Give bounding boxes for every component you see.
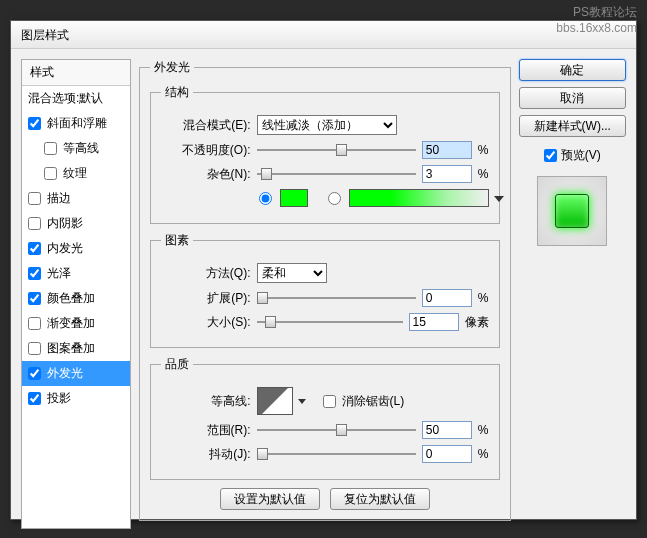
spread-input[interactable] xyxy=(422,289,472,307)
preview-checkbox[interactable] xyxy=(544,149,557,162)
preview-label: 预览(V) xyxy=(561,147,601,164)
spread-label: 扩展(P): xyxy=(161,290,251,307)
blend-mode-label: 混合模式(E): xyxy=(161,117,251,134)
style-label-8: 渐变叠加 xyxy=(47,315,95,332)
size-input[interactable] xyxy=(409,313,459,331)
style-label-7: 颜色叠加 xyxy=(47,290,95,307)
style-label-10: 外发光 xyxy=(47,365,83,382)
style-checkbox-9[interactable] xyxy=(28,342,41,355)
noise-label: 杂色(N): xyxy=(161,166,251,183)
dialog-title: 图层样式 xyxy=(21,28,69,42)
dialog-titlebar[interactable]: 图层样式 xyxy=(11,21,636,49)
size-label: 大小(S): xyxy=(161,314,251,331)
noise-input[interactable] xyxy=(422,165,472,183)
outer-glow-fieldset: 外发光 结构 混合模式(E): 线性减淡（添加） 不透明度(O): % xyxy=(139,59,511,521)
style-checkbox-1[interactable] xyxy=(44,142,57,155)
structure-group: 结构 混合模式(E): 线性减淡（添加） 不透明度(O): % xyxy=(150,84,500,224)
style-checkbox-6[interactable] xyxy=(28,267,41,280)
contour-label: 等高线: xyxy=(161,393,251,410)
style-label-6: 光泽 xyxy=(47,265,71,282)
preview-cube-icon xyxy=(555,194,589,228)
new-style-button[interactable]: 新建样式(W)... xyxy=(519,115,627,137)
style-label-4: 内阴影 xyxy=(47,215,83,232)
ok-button[interactable]: 确定 xyxy=(519,59,627,81)
glow-color-radio[interactable] xyxy=(259,192,272,205)
style-checkbox-10[interactable] xyxy=(28,367,41,380)
opacity-input[interactable] xyxy=(422,141,472,159)
layer-style-dialog: 图层样式 样式 混合选项:默认 斜面和浮雕等高线纹理描边内阴影内发光光泽颜色叠加… xyxy=(10,20,637,520)
jitter-label: 抖动(J): xyxy=(161,446,251,463)
anti-alias-label: 消除锯齿(L) xyxy=(342,393,405,410)
style-label-2: 纹理 xyxy=(63,165,87,182)
outer-glow-title: 外发光 xyxy=(150,59,194,76)
cancel-button[interactable]: 取消 xyxy=(519,87,627,109)
style-label-0: 斜面和浮雕 xyxy=(47,115,107,132)
style-checkbox-0[interactable] xyxy=(28,117,41,130)
style-label-11: 投影 xyxy=(47,390,71,407)
elements-group: 图素 方法(Q): 柔和 扩展(P): % 大小(S): xyxy=(150,232,500,348)
style-item-6[interactable]: 光泽 xyxy=(22,261,130,286)
technique-select[interactable]: 柔和 xyxy=(257,263,327,283)
style-item-8[interactable]: 渐变叠加 xyxy=(22,311,130,336)
style-item-4[interactable]: 内阴影 xyxy=(22,211,130,236)
contour-picker[interactable] xyxy=(257,387,293,415)
noise-slider[interactable] xyxy=(257,165,416,183)
technique-label: 方法(Q): xyxy=(161,265,251,282)
reset-default-button[interactable]: 复位为默认值 xyxy=(330,488,430,510)
style-label-5: 内发光 xyxy=(47,240,83,257)
style-label-1: 等高线 xyxy=(63,140,99,157)
style-item-0[interactable]: 斜面和浮雕 xyxy=(22,111,130,136)
style-item-1[interactable]: 等高线 xyxy=(22,136,130,161)
style-item-3[interactable]: 描边 xyxy=(22,186,130,211)
style-checkbox-5[interactable] xyxy=(28,242,41,255)
right-panel: 确定 取消 新建样式(W)... 预览(V) xyxy=(519,59,627,529)
spread-slider[interactable] xyxy=(257,289,416,307)
glow-gradient-swatch[interactable] xyxy=(349,189,489,207)
blend-mode-select[interactable]: 线性减淡（添加） xyxy=(257,115,397,135)
style-item-11[interactable]: 投影 xyxy=(22,386,130,411)
blend-options-default[interactable]: 混合选项:默认 xyxy=(22,86,130,111)
style-checkbox-7[interactable] xyxy=(28,292,41,305)
anti-alias-checkbox[interactable] xyxy=(323,395,336,408)
range-label: 范围(R): xyxy=(161,422,251,439)
preview-thumbnail xyxy=(537,176,607,246)
style-label-9: 图案叠加 xyxy=(47,340,95,357)
set-default-button[interactable]: 设置为默认值 xyxy=(220,488,320,510)
outer-glow-panel: 外发光 结构 混合模式(E): 线性减淡（添加） 不透明度(O): % xyxy=(139,59,511,529)
style-checkbox-4[interactable] xyxy=(28,217,41,230)
style-checkbox-11[interactable] xyxy=(28,392,41,405)
style-item-10[interactable]: 外发光 xyxy=(22,361,130,386)
watermark: PS教程论坛 bbs.16xx8.com xyxy=(556,4,637,35)
opacity-slider[interactable] xyxy=(257,141,416,159)
styles-header[interactable]: 样式 xyxy=(22,60,130,86)
styles-list-panel: 样式 混合选项:默认 斜面和浮雕等高线纹理描边内阴影内发光光泽颜色叠加渐变叠加图… xyxy=(21,59,131,529)
style-checkbox-2[interactable] xyxy=(44,167,57,180)
opacity-label: 不透明度(O): xyxy=(161,142,251,159)
style-item-9[interactable]: 图案叠加 xyxy=(22,336,130,361)
style-checkbox-3[interactable] xyxy=(28,192,41,205)
glow-color-swatch[interactable] xyxy=(280,189,308,207)
jitter-slider[interactable] xyxy=(257,445,416,463)
style-checkbox-8[interactable] xyxy=(28,317,41,330)
quality-group: 品质 等高线: 消除锯齿(L) 范围(R): % xyxy=(150,356,500,480)
style-item-7[interactable]: 颜色叠加 xyxy=(22,286,130,311)
style-label-3: 描边 xyxy=(47,190,71,207)
jitter-input[interactable] xyxy=(422,445,472,463)
style-item-2[interactable]: 纹理 xyxy=(22,161,130,186)
glow-gradient-radio[interactable] xyxy=(328,192,341,205)
range-input[interactable] xyxy=(422,421,472,439)
range-slider[interactable] xyxy=(257,421,416,439)
style-item-5[interactable]: 内发光 xyxy=(22,236,130,261)
size-slider[interactable] xyxy=(257,313,403,331)
